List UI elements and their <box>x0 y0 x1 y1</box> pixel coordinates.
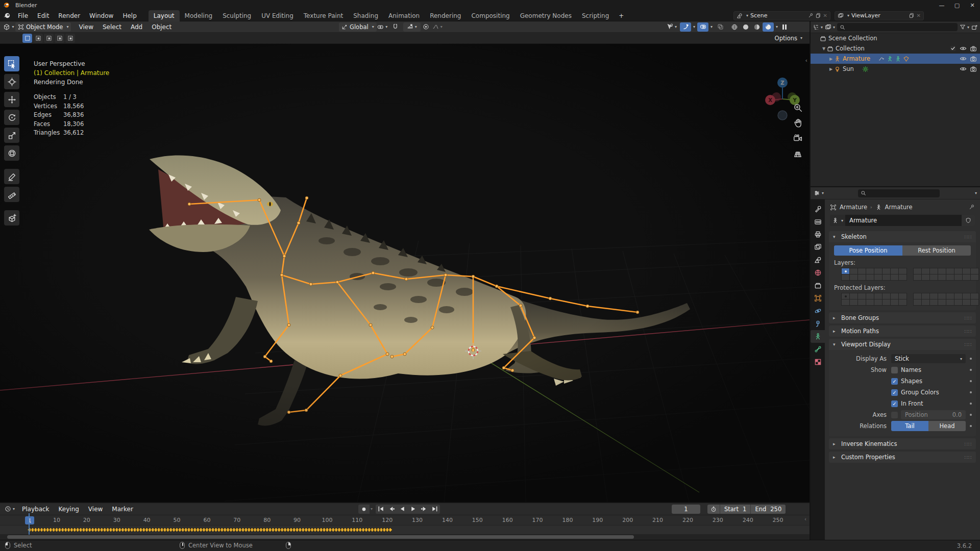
layer-cell[interactable] <box>963 293 970 299</box>
jump-start-button[interactable] <box>376 505 386 514</box>
workspace-tab-shading[interactable]: Shading <box>348 10 383 21</box>
sidebar-collapse-arrow[interactable]: ‹ <box>805 57 807 64</box>
checkbox-shapes[interactable]: ✓ <box>891 378 898 385</box>
snap-target-dropdown[interactable]: ▾ <box>403 22 421 32</box>
gizmos-toggle[interactable] <box>680 22 691 32</box>
rest-position-button[interactable]: Rest Position <box>902 245 971 256</box>
outliner-search-input[interactable] <box>837 23 958 31</box>
camera-toggle-icon[interactable] <box>970 55 977 62</box>
pivot-point-dropdown[interactable]: ▾ <box>377 22 388 32</box>
layer-cell[interactable] <box>922 268 929 274</box>
zoom-icon[interactable] <box>793 103 802 112</box>
layer-cell[interactable] <box>866 299 874 305</box>
editor-type-3d-icon[interactable]: ▾ <box>2 23 15 31</box>
eye-toggle-icon[interactable] <box>960 65 967 72</box>
workspace-tab-uv-editing[interactable]: UV Editing <box>256 10 299 21</box>
eye-toggle-icon[interactable] <box>960 45 967 52</box>
gizmos-dropdown[interactable]: ▾ <box>693 24 695 29</box>
next-keyframe-button[interactable] <box>419 505 429 514</box>
snap-magnet-toggle[interactable] <box>388 22 403 32</box>
pin-icon[interactable] <box>808 13 814 18</box>
relations-head-button[interactable]: Head <box>928 421 966 431</box>
layer-cell[interactable] <box>938 293 946 299</box>
animate-dot[interactable] <box>970 391 972 393</box>
layer-cell[interactable] <box>922 299 929 305</box>
layer-cell[interactable] <box>899 268 906 274</box>
unlink-scene-icon[interactable]: ✕ <box>823 13 827 18</box>
start-frame-field[interactable]: Start1 <box>720 505 750 514</box>
section-skeleton-header[interactable]: ▾Skeleton∷∷ <box>829 231 976 242</box>
properties-tab-output[interactable] <box>811 228 825 241</box>
viewport-menu-add[interactable]: Add <box>126 23 147 31</box>
layer-cell[interactable] <box>922 293 929 299</box>
layer-cell[interactable] <box>883 293 890 299</box>
layer-cell[interactable] <box>883 299 890 305</box>
outliner-row-armature[interactable]: ▶Armature <box>811 54 980 64</box>
fake-user-shield-icon[interactable] <box>962 215 975 226</box>
close-button[interactable]: ✕ <box>965 0 980 10</box>
layer-cell[interactable] <box>946 299 954 305</box>
layer-cell[interactable] <box>899 293 906 299</box>
outliner-row-scene-collection[interactable]: Scene Collection <box>811 33 980 43</box>
layer-cell[interactable] <box>874 268 882 274</box>
select-mode-0[interactable] <box>22 34 32 43</box>
layer-cell[interactable] <box>914 268 921 274</box>
use-preview-range-icon[interactable] <box>707 505 720 514</box>
section-bone-groups-header[interactable]: ▸Bone Groups∷∷ <box>829 312 976 323</box>
new-view-layer-icon[interactable] <box>909 13 915 18</box>
disclosure-icon[interactable]: ▶ <box>828 57 834 61</box>
falloff-dropdown[interactable]: ▾ <box>432 22 443 32</box>
orientation-dropdown[interactable]: Global ▾ <box>339 22 377 32</box>
properties-tab-constraints[interactable] <box>811 317 825 330</box>
tool-tweak[interactable] <box>4 56 19 71</box>
workspace-tab-animation[interactable]: Animation <box>383 10 425 21</box>
menu-render[interactable]: Render <box>54 10 85 21</box>
jump-end-button[interactable] <box>429 505 440 514</box>
menu-file[interactable]: File <box>13 10 33 21</box>
layer-cell[interactable] <box>842 293 849 299</box>
current-frame-indicator[interactable]: 1 <box>25 516 34 524</box>
menu-window[interactable]: Window <box>85 10 118 21</box>
timeline-menu-view[interactable]: View <box>84 506 107 513</box>
layer-cell[interactable] <box>866 268 874 274</box>
layer-cell[interactable] <box>891 274 898 280</box>
disclosure-icon[interactable]: ▶ <box>828 67 834 71</box>
select-mode-3[interactable] <box>55 34 64 43</box>
layer-cell[interactable] <box>850 293 857 299</box>
toggle-ortho-icon[interactable] <box>793 149 802 158</box>
layer-cell[interactable] <box>842 268 849 274</box>
current-frame-field[interactable]: 1 <box>672 505 700 514</box>
keyframe-track[interactable] <box>0 525 810 534</box>
outliner-row-collection[interactable]: ▼Collection <box>811 43 980 54</box>
layer-cell[interactable] <box>971 299 978 305</box>
layer-cell[interactable] <box>963 268 970 274</box>
remove-view-layer-icon[interactable]: ✕ <box>917 13 921 18</box>
layer-cell[interactable] <box>930 268 938 274</box>
timeline-menu-keying[interactable]: Keying <box>54 506 84 513</box>
editor-type-timeline-icon[interactable]: ▾ <box>2 506 17 512</box>
layer-cell[interactable] <box>874 299 882 305</box>
layer-cell[interactable] <box>914 299 921 305</box>
shading-wireframe-button[interactable] <box>729 22 740 32</box>
camera-view-icon[interactable] <box>793 134 802 143</box>
tool-transform[interactable] <box>4 145 19 161</box>
workspace-tab-geometry-nodes[interactable]: Geometry Nodes <box>515 10 577 21</box>
workspace-tab-modeling[interactable]: Modeling <box>180 10 218 21</box>
section-viewport-display-header[interactable]: ▾Viewport Display∷∷ <box>829 339 976 350</box>
layer-cell[interactable] <box>954 299 962 305</box>
properties-tab-physics[interactable] <box>811 305 825 317</box>
display-as-dropdown[interactable]: Stick▾ <box>891 354 966 363</box>
options-dropdown[interactable]: Options▾ <box>775 35 802 42</box>
tool-measure[interactable] <box>4 187 19 202</box>
timeline-scrollbar-thumb[interactable] <box>7 535 634 539</box>
play-button[interactable] <box>408 505 419 514</box>
tool-scale[interactable] <box>4 128 19 143</box>
camera-toggle-icon[interactable] <box>970 65 977 72</box>
checkbox-in-front[interactable]: ✓ <box>891 400 898 407</box>
section-inverse-kinematics-header[interactable]: ▸Inverse Kinematics∷∷ <box>829 438 976 449</box>
editor-type-outliner-icon[interactable]: ▾ <box>813 24 823 31</box>
layer-cell[interactable] <box>946 268 954 274</box>
armature-browse-dropdown[interactable]: ▾ <box>830 215 845 226</box>
layer-cell[interactable] <box>866 293 874 299</box>
region-overflow-indicator[interactable] <box>780 22 789 32</box>
